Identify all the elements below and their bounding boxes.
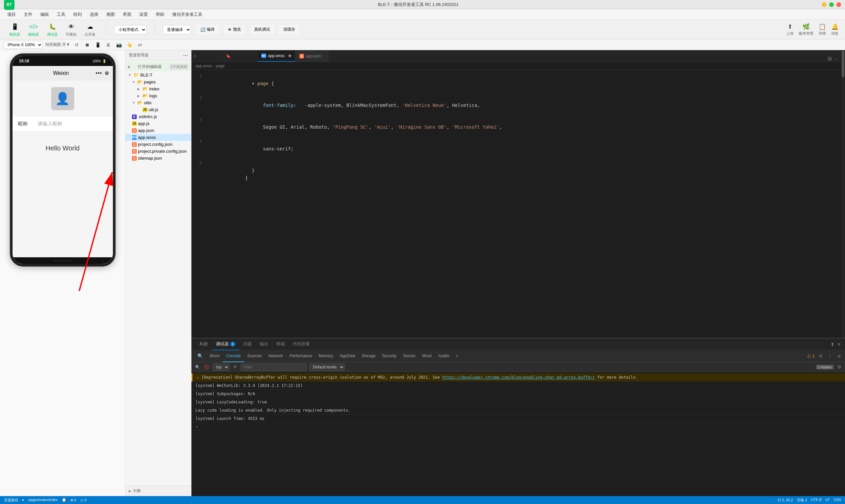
- dt-tab-inspect[interactable]: 🔍: [194, 350, 206, 362]
- visible-button[interactable]: 👁 可视化: [63, 21, 79, 38]
- compile-button[interactable]: 🔄 编译: [196, 25, 218, 34]
- nickname-input[interactable]: 请输入昵称: [38, 121, 108, 127]
- tab-close-dot[interactable]: [288, 54, 291, 57]
- compile-select[interactable]: 普通编译: [163, 25, 191, 34]
- stop-icon[interactable]: ⏹: [83, 41, 91, 49]
- project-root[interactable]: ▼ 📁 BLE-T: [125, 71, 191, 78]
- deprecation-link[interactable]: https://developer.chrome.com/blog/enabli…: [442, 375, 595, 380]
- preview-button[interactable]: 👁 预览: [224, 25, 245, 34]
- new-file-icon[interactable]: ⋯: [183, 53, 188, 58]
- console-filter-input[interactable]: [241, 363, 307, 371]
- open-editors-section[interactable]: ▶ 打开的编辑器 1个未保存: [125, 62, 191, 71]
- dt-tab-sensor[interactable]: Sensor: [400, 350, 419, 362]
- device-select[interactable]: iPhone X 100%: [4, 41, 42, 49]
- menu-select[interactable]: 选择: [87, 10, 102, 19]
- menu-interface[interactable]: 界面: [120, 10, 135, 19]
- dt-more-icon[interactable]: ⋮: [827, 353, 833, 360]
- menu-goto[interactable]: 转到: [70, 10, 85, 19]
- dt-tab-memory[interactable]: Memory: [316, 350, 336, 362]
- menu-devtools[interactable]: 微信开发者工具: [169, 10, 206, 19]
- expand-panel-icon[interactable]: ⬆: [830, 342, 834, 347]
- tab-output[interactable]: 输出: [256, 338, 272, 350]
- dt-tab-audits[interactable]: Audits: [435, 350, 453, 362]
- console-prompt-line[interactable]: ›: [191, 423, 845, 430]
- dt-tab-storage[interactable]: Storage: [358, 350, 379, 362]
- tab-terminal[interactable]: 终端: [272, 338, 289, 350]
- dt-tab-mock[interactable]: Mock: [419, 350, 435, 362]
- console-eye-icon[interactable]: 👁: [232, 364, 238, 370]
- dt-tab-console[interactable]: Console: [223, 350, 244, 362]
- cloud-button[interactable]: ☁ 云开发: [82, 21, 98, 38]
- camera-icon[interactable]: 📷: [115, 41, 123, 49]
- screen-icon[interactable]: 🖥: [104, 41, 112, 49]
- dt-tab-wxml[interactable]: Wxml: [206, 350, 223, 362]
- dt-dock-icon[interactable]: ⧉: [836, 353, 842, 360]
- refresh-icon[interactable]: ↺: [73, 41, 81, 49]
- menu-project[interactable]: 项目: [4, 10, 19, 19]
- real-debug-button[interactable]: 真机调试: [250, 25, 274, 34]
- tab-build[interactable]: 构建: [195, 338, 212, 350]
- menu-help[interactable]: 帮助: [153, 10, 168, 19]
- dt-tab-more[interactable]: »: [453, 350, 461, 362]
- tab-app-wxss[interactable]: WX app.wxss: [258, 51, 295, 62]
- editor-scrollbar[interactable]: [841, 50, 845, 338]
- debugger-button[interactable]: 🐛 调试器: [44, 21, 60, 38]
- project-config-file[interactable]: {} project.config.json: [125, 141, 191, 148]
- menu-tools[interactable]: 工具: [53, 10, 69, 19]
- split-editor-icon[interactable]: ⧉: [828, 56, 831, 62]
- app-wxss-file[interactable]: WX app.wxss: [125, 134, 191, 141]
- console-levels-select[interactable]: Default levels: [309, 363, 345, 371]
- app-js-file[interactable]: JS app.js: [125, 120, 191, 127]
- dt-tab-sources[interactable]: Sources: [244, 350, 265, 362]
- pages-folder[interactable]: ▼ 📂 pages: [125, 78, 191, 86]
- dt-tab-appdata[interactable]: AppData: [336, 350, 358, 362]
- util-js-file[interactable]: JS util.js: [125, 106, 191, 113]
- close-button[interactable]: [837, 2, 841, 7]
- code-editor[interactable]: 1 ▾ page { 2 font-family: -apple-system,…: [191, 70, 841, 338]
- tab-app-json[interactable]: {} app.json: [295, 51, 329, 62]
- console-block-icon[interactable]: 🚫: [203, 364, 210, 371]
- logs-folder[interactable]: ▶ 📂 logs: [125, 92, 191, 99]
- app-json-file[interactable]: {} app.json: [125, 127, 191, 134]
- detail-button[interactable]: 📋 详情: [818, 23, 826, 36]
- dt-tab-security[interactable]: Security: [379, 350, 400, 362]
- tab-debugger[interactable]: 调试器 1: [212, 338, 239, 350]
- outline-section[interactable]: ▶ 大纲: [125, 486, 191, 496]
- upload-button[interactable]: ⬆ 上传: [786, 23, 793, 36]
- maximize-button[interactable]: [829, 2, 834, 7]
- mode-select[interactable]: 小程序模式: [114, 25, 146, 34]
- console-gear-icon[interactable]: ⚙: [837, 364, 842, 370]
- dt-settings-icon[interactable]: ⚙: [817, 353, 824, 360]
- tab-problems[interactable]: 问题: [239, 338, 256, 350]
- toggle-icon[interactable]: ⇄: [136, 41, 144, 49]
- console-inspect-icon[interactable]: 🔍: [194, 364, 201, 371]
- menu-edit[interactable]: 编辑: [37, 10, 52, 19]
- clear-cache-button[interactable]: 清缓存: [279, 25, 299, 34]
- version-mgr-button[interactable]: 🌿 版本管理: [799, 23, 813, 36]
- status-page-path[interactable]: pages/index/index: [29, 498, 58, 503]
- editor-button[interactable]: </> 编辑器: [25, 21, 41, 38]
- console-context-select[interactable]: top: [213, 363, 229, 371]
- eslintrc-file[interactable]: E .eslintrc.js: [125, 113, 191, 120]
- project-private-config-file[interactable]: {} project.private.config.json: [125, 148, 191, 155]
- more-dots-icon[interactable]: •••: [96, 70, 102, 77]
- sitemap-file[interactable]: {} sitemap.json: [125, 155, 191, 162]
- more-options-icon[interactable]: ⋯: [834, 56, 839, 61]
- menu-file[interactable]: 文件: [20, 10, 36, 19]
- touch-icon[interactable]: 👆: [125, 41, 133, 49]
- scrollbar-thumb[interactable]: [842, 51, 844, 77]
- menu-settings[interactable]: 设置: [136, 10, 151, 19]
- tab-code-quality[interactable]: 代码质量: [289, 338, 314, 350]
- menu-view[interactable]: 视图: [103, 10, 118, 19]
- simulator-button[interactable]: 📱 模拟器: [6, 21, 23, 38]
- message-button[interactable]: 🔔 消息: [831, 23, 839, 36]
- close-panel-icon[interactable]: ✕: [837, 342, 841, 347]
- dt-tab-network[interactable]: Network: [265, 350, 286, 362]
- screenshot-button[interactable]: 拍照截图 开▼: [45, 42, 70, 48]
- copy-icon[interactable]: 📋: [62, 498, 66, 503]
- utils-folder[interactable]: ▼ 📂 utils: [125, 99, 191, 106]
- dt-tab-performance[interactable]: Performance: [286, 350, 316, 362]
- index-folder[interactable]: ▶ 📂 index: [125, 86, 191, 92]
- minimize-button[interactable]: [822, 2, 827, 7]
- tablet-icon[interactable]: 📱: [94, 41, 102, 49]
